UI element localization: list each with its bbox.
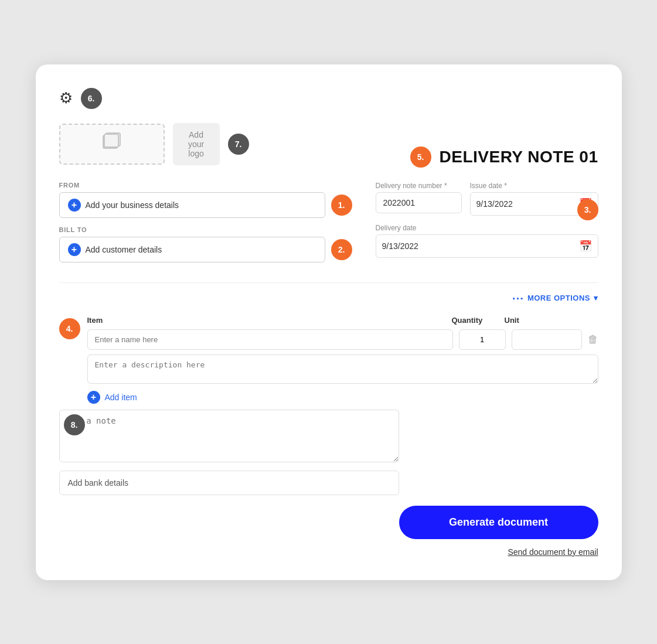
delivery-date-field: 📅 xyxy=(376,234,598,258)
desc-row xyxy=(87,355,598,386)
step1-badge[interactable]: 1. xyxy=(331,195,352,216)
form-section: FROM + Add your business details 1. BILL… xyxy=(59,182,598,271)
plus-icon-1: + xyxy=(68,199,81,212)
svg-rect-2 xyxy=(104,134,118,147)
add-business-btn[interactable]: + Add your business details xyxy=(59,192,325,218)
delivery-number-group: Delivery note number * xyxy=(376,182,462,216)
item-qty-input[interactable] xyxy=(459,329,506,350)
add-item-btn[interactable]: + Add item xyxy=(87,391,137,404)
item-name-input[interactable] xyxy=(87,329,453,350)
add-item-label: Add item xyxy=(105,393,137,402)
plus-icon-2: + xyxy=(68,243,81,256)
note-section: 8. Add bank details xyxy=(59,410,598,495)
item-row-1: 🗑 xyxy=(87,329,598,350)
step3-wrap: 3. xyxy=(577,199,598,220)
items-content: Item Quantity Unit 🗑 + Add item xyxy=(87,316,598,404)
send-email-btn[interactable]: Send document by email xyxy=(508,547,598,557)
delivery-number-label: Delivery note number * xyxy=(376,182,462,190)
header-row: ⚙ 6. xyxy=(59,88,598,109)
divider-1 xyxy=(59,282,598,283)
step5-badge[interactable]: 5. xyxy=(410,146,431,168)
title-area: 5. DELIVERY NOTE 01 xyxy=(410,146,598,168)
item-desc-input[interactable] xyxy=(87,355,598,384)
item-unit-input[interactable] xyxy=(512,329,582,350)
col-qty-header: Quantity xyxy=(452,316,499,325)
issue-date-input[interactable] xyxy=(476,199,579,209)
add-customer-row: + Add customer details 2. xyxy=(59,237,352,263)
bank-details-field[interactable]: Add bank details xyxy=(59,471,399,495)
more-options-icon: ⋯ xyxy=(512,291,524,305)
delivery-date-label: Delivery date xyxy=(376,224,598,232)
more-options-chevron: ▾ xyxy=(594,294,598,302)
add-item-plus-icon: + xyxy=(87,391,100,404)
add-logo-label[interactable]: Add your logo xyxy=(173,123,220,165)
note-area: 8. xyxy=(59,410,399,465)
bottom-section: Generate document Send document by email xyxy=(59,506,598,557)
delivery-date-calendar-icon[interactable]: 📅 xyxy=(579,240,592,253)
delivery-date-group: Delivery date 📅 xyxy=(376,224,598,258)
logo-placeholder-icon xyxy=(101,131,123,157)
col-unit-header: Unit xyxy=(505,316,575,325)
items-section-wrap: 4. Item Quantity Unit 🗑 + Add item xyxy=(59,316,598,404)
logo-upload-box[interactable] xyxy=(59,124,165,165)
step7-badge[interactable]: 7. xyxy=(228,134,249,155)
generate-document-btn[interactable]: Generate document xyxy=(399,506,598,539)
bill-to-label: BILL TO xyxy=(59,226,352,233)
from-label: FROM xyxy=(59,182,352,189)
step3-badge[interactable]: 3. xyxy=(577,199,598,220)
more-options-row: ⋯ MORE OPTIONS ▾ xyxy=(59,291,598,305)
right-form: Delivery note number * Issue date * 📅 De… xyxy=(376,182,598,271)
issue-date-label: Issue date * xyxy=(470,182,598,190)
add-customer-label: Add customer details xyxy=(86,245,162,254)
number-issue-row: Delivery note number * Issue date * 📅 xyxy=(376,182,598,216)
add-business-row: + Add your business details 1. xyxy=(59,192,352,218)
add-customer-btn[interactable]: + Add customer details xyxy=(59,237,325,263)
delivery-number-input[interactable] xyxy=(376,192,462,213)
step8-badge[interactable]: 8. xyxy=(64,414,85,435)
add-business-label: Add your business details xyxy=(86,200,179,210)
item-delete-btn[interactable]: 🗑 xyxy=(588,333,598,346)
gear-icon[interactable]: ⚙ xyxy=(59,89,73,107)
step6-badge[interactable]: 6. xyxy=(81,88,102,109)
step4-badge[interactable]: 4. xyxy=(59,318,80,339)
delivery-date-input[interactable] xyxy=(382,241,579,251)
left-form: FROM + Add your business details 1. BILL… xyxy=(59,182,352,271)
step2-badge[interactable]: 2. xyxy=(331,239,352,260)
items-col-headers: Item Quantity Unit xyxy=(87,316,598,325)
delivery-note-title: DELIVERY NOTE 01 xyxy=(440,148,598,166)
app-container: ⚙ 6. Add your logo 7. 5. DELIVERY NOTE 0… xyxy=(36,64,622,580)
more-options-btn[interactable]: ⋯ MORE OPTIONS ▾ xyxy=(512,291,598,305)
col-del-header xyxy=(581,316,598,325)
note-textarea[interactable] xyxy=(59,410,399,462)
col-item-header: Item xyxy=(87,316,446,325)
left-notes: 8. Add bank details xyxy=(59,410,399,495)
more-options-label: MORE OPTIONS xyxy=(527,294,590,302)
